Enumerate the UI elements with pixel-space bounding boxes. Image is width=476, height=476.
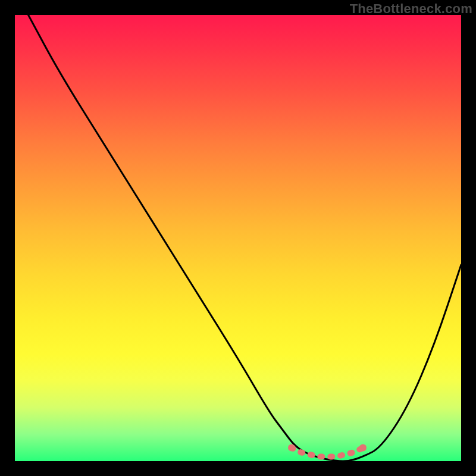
watermark-text: TheBottleneck.com xyxy=(350,1,472,17)
optimal-range-endpoint xyxy=(359,444,367,452)
optimal-range-path xyxy=(292,448,363,457)
optimal-range-endpoint xyxy=(288,444,295,452)
optimal-range-marker xyxy=(288,444,367,457)
chart-frame xyxy=(15,15,461,461)
chart-svg xyxy=(15,15,461,461)
bottleneck-curve-path xyxy=(29,15,462,461)
